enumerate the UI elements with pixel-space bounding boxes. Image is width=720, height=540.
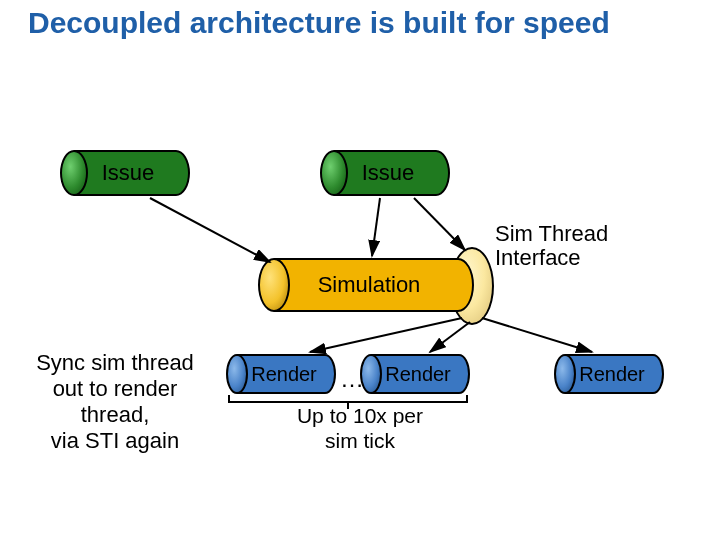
simulation-label: Simulation [258,258,474,312]
render-label-1: Render [226,354,336,394]
svg-line-0 [150,198,270,262]
svg-line-4 [430,322,470,352]
render-label-3: Render [554,354,664,394]
sync-caption: Sync sim thread out to render thread, vi… [10,350,220,454]
svg-line-3 [310,318,462,352]
upto-caption: Up to 10x per sim tick [260,404,460,454]
slide-title: Decoupled architecture is built for spee… [28,6,668,41]
svg-line-5 [482,318,592,352]
render-label-2: Render [360,354,470,394]
issue-label-1: Issue [60,150,190,196]
render-cylinder-3: Render [554,354,664,394]
render-cylinder-1: Render [226,354,336,394]
simulation-cylinder: Simulation [258,258,474,312]
issue-cylinder-2: Issue [320,150,450,196]
svg-line-1 [372,198,380,256]
issue-label-2: Issue [320,150,450,196]
issue-cylinder-1: Issue [60,150,190,196]
sti-label: Sim Thread Interface [495,222,695,270]
svg-line-2 [414,198,465,250]
render-cylinder-2: Render [360,354,470,394]
